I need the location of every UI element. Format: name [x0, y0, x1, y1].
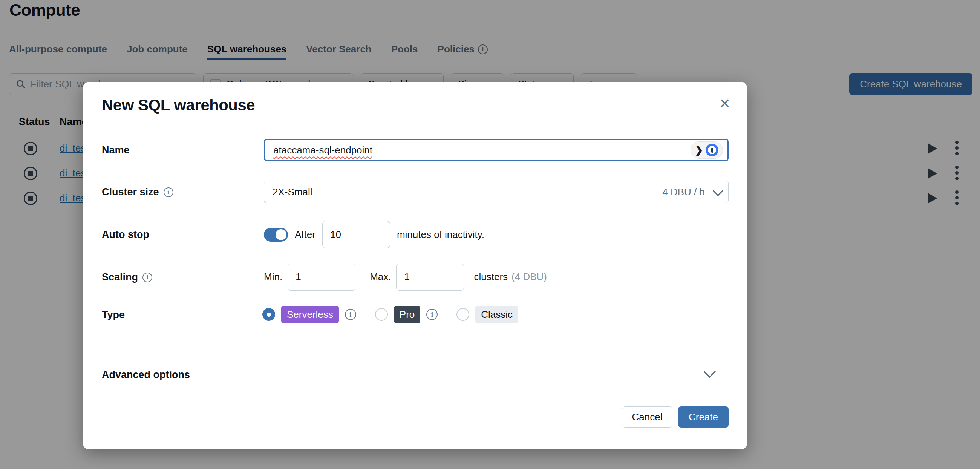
section-divider: [102, 345, 729, 345]
chevron-down-icon[interactable]: [703, 365, 716, 378]
dbu-total-text: (4 DBU): [511, 271, 547, 283]
close-icon[interactable]: ✕: [719, 97, 730, 110]
serverless-badge[interactable]: Serverless: [281, 306, 339, 323]
scaling-row: Min. 1 Max. 1 clusters (4 DBU): [264, 263, 547, 291]
scaling-label-text: Scaling: [102, 272, 138, 283]
cluster-size-select[interactable]: 2X-Small 4 DBU / h: [264, 181, 729, 203]
info-icon[interactable]: i: [426, 309, 438, 320]
password-manager-icon[interactable]: ❯: [690, 141, 723, 159]
pro-badge[interactable]: Pro: [394, 306, 420, 323]
radio-pro[interactable]: [375, 308, 388, 321]
scaling-min-input[interactable]: 1: [288, 264, 355, 291]
modal-title: New SQL warehouse: [102, 96, 255, 114]
cluster-size-label-text: Cluster size: [102, 186, 159, 198]
auto-stop-label: Auto stop: [102, 229, 149, 240]
radio-classic[interactable]: [457, 308, 469, 321]
name-input-value: ataccama-sql-endpoint: [273, 145, 372, 156]
auto-stop-label-text: Auto stop: [102, 229, 149, 240]
create-button[interactable]: Create: [678, 406, 729, 428]
cluster-size-label: Cluster size i: [102, 186, 173, 198]
onepassword-logo-icon: [706, 144, 718, 156]
clusters-text: clusters: [474, 271, 508, 283]
cluster-size-value: 2X-Small: [272, 186, 312, 198]
chevron-right-icon: ❯: [695, 145, 703, 156]
info-icon[interactable]: i: [143, 273, 152, 282]
type-options-row: Serverless i Pro i Classic: [262, 304, 518, 324]
cancel-button[interactable]: Cancel: [622, 406, 673, 428]
chevron-down-icon: [713, 186, 723, 196]
auto-stop-minutes-input[interactable]: 10: [322, 221, 390, 248]
radio-serverless[interactable]: [262, 308, 275, 321]
after-text: After: [295, 229, 315, 240]
max-label: Max.: [370, 271, 391, 283]
scaling-max-input[interactable]: 1: [396, 264, 464, 291]
advanced-options-toggle[interactable]: Advanced options: [102, 369, 190, 381]
auto-stop-row: After 10 minutes of inactivity.: [264, 221, 484, 248]
minutes-of-inactivity-text: minutes of inactivity.: [397, 229, 484, 240]
new-sql-warehouse-modal: New SQL warehouse ✕ Name ataccama-sql-en…: [83, 82, 747, 449]
auto-stop-toggle[interactable]: [264, 228, 288, 242]
name-label-text: Name: [102, 145, 130, 156]
type-label-text: Type: [102, 309, 125, 321]
cluster-size-rate: 4 DBU / h: [662, 186, 705, 198]
name-input[interactable]: ataccama-sql-endpoint ❯: [264, 139, 729, 161]
min-label: Min.: [264, 271, 282, 283]
classic-badge[interactable]: Classic: [475, 306, 518, 323]
info-icon[interactable]: i: [164, 188, 173, 197]
info-icon[interactable]: i: [345, 309, 356, 320]
type-label: Type: [102, 309, 125, 321]
scaling-label: Scaling i: [102, 272, 152, 283]
name-field-label: Name: [102, 145, 130, 156]
